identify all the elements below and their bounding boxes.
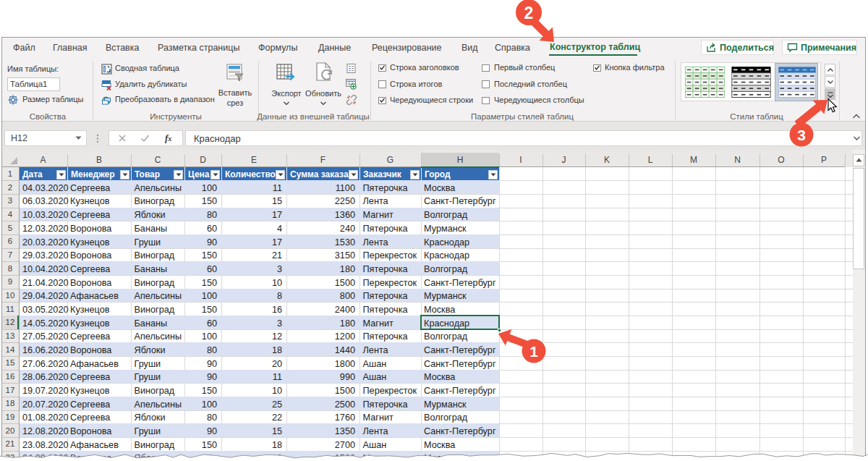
svg-text:1: 1 [529,343,538,360]
svg-text:3: 3 [797,127,806,143]
svg-text:2: 2 [524,4,534,22]
